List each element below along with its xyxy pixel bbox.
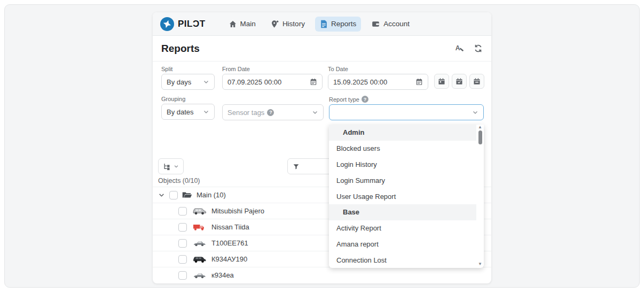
report-type-field: Report type ?	[329, 96, 484, 120]
calendar-minus-button[interactable]	[469, 74, 484, 89]
calendar-minus-icon	[473, 78, 481, 85]
to-date-input[interactable]: 15.09.2025 00:00	[328, 74, 428, 90]
svg-text:A: A	[455, 44, 460, 52]
folder-label: Main (10)	[197, 191, 226, 199]
nav-items: Main History Reports Account	[224, 17, 414, 32]
truck-vehicle-icon	[192, 223, 206, 232]
option-blocked-users[interactable]: Blocked users	[329, 141, 476, 157]
brand-name: PILƆT	[178, 19, 206, 29]
sensor-tags-placeholder: Sensor tags	[227, 109, 264, 117]
brand-logo: PILƆT	[160, 17, 206, 31]
object-checkbox[interactable]	[178, 223, 187, 232]
calendar-check-icon	[455, 78, 463, 85]
split-select[interactable]: By days	[161, 74, 215, 90]
help-icon[interactable]: ?	[267, 109, 274, 116]
tree-icon	[163, 163, 171, 171]
from-date-field: From Date 07.09.2025 00:00	[222, 66, 323, 90]
nav-item-label: Main	[240, 20, 256, 28]
route-marker-icon	[271, 20, 279, 28]
grouping-value: By dates	[167, 108, 194, 116]
object-checkbox[interactable]	[178, 239, 187, 248]
report-type-dropdown: Admin Blocked users Login History Login …	[329, 125, 484, 268]
nav-item-account[interactable]: Account	[366, 17, 414, 32]
grouping-label: Grouping	[161, 96, 215, 102]
split-label: Split	[161, 66, 215, 72]
from-date-input[interactable]: 07.09.2025 00:00	[222, 74, 323, 90]
nav-item-reports[interactable]: Reports	[315, 17, 361, 32]
object-label: к934еа	[211, 271, 234, 279]
refresh-icon[interactable]	[474, 44, 483, 53]
option-login-history[interactable]: Login History	[329, 157, 476, 173]
object-checkbox[interactable]	[178, 271, 187, 280]
to-date-field: To Date 15.09.2025 00:00	[328, 66, 428, 90]
object-label: Mitsubishi Pajero	[211, 207, 264, 215]
to-date-value: 15.09.2025 00:00	[333, 78, 387, 86]
grouping-select[interactable]: By dates	[161, 104, 215, 120]
from-date-label: From Date	[222, 66, 323, 72]
chevron-down-icon	[203, 109, 209, 115]
sensor-tags-field: Sensor tags ?	[222, 104, 324, 120]
object-label: К934АУ190	[211, 255, 247, 263]
to-date-label: To Date	[328, 66, 428, 72]
app-page-background: PILƆT Main History Reports Account	[4, 4, 640, 288]
grouping-field: Grouping By dates	[161, 96, 215, 120]
object-row[interactable]: к934еа	[153, 267, 491, 283]
option-activity-report[interactable]: Activity Report	[329, 220, 476, 236]
option-connection-lost[interactable]: Connection Lost	[329, 252, 476, 268]
top-navigation: PILƆT Main History Reports Account	[153, 12, 491, 36]
calendar-check-button[interactable]	[452, 74, 467, 89]
nav-item-main[interactable]: Main	[224, 17, 261, 32]
report-type-select[interactable]	[329, 104, 484, 120]
object-checkbox[interactable]	[178, 255, 187, 264]
split-field: Split By days	[161, 66, 215, 90]
object-checkbox[interactable]	[178, 207, 187, 216]
nav-item-label: Account	[383, 20, 410, 28]
collapse-chevron-icon[interactable]	[158, 191, 165, 198]
option-amana-report[interactable]: Amana report	[329, 236, 476, 252]
sedan-vehicle-icon	[192, 239, 206, 248]
calendar-icon[interactable]	[310, 78, 317, 86]
chevron-down-icon	[472, 109, 478, 116]
funnel-icon	[293, 163, 300, 170]
split-value: By days	[167, 78, 191, 86]
report-type-label: Report type	[329, 96, 359, 103]
scrollbar-thumb[interactable]	[478, 130, 482, 144]
object-label: T100EE761	[211, 239, 248, 247]
sensor-tags-select[interactable]: Sensor tags ?	[222, 104, 324, 120]
calendar-icon[interactable]	[415, 78, 423, 86]
header-actions: A	[455, 44, 483, 53]
scroll-down-icon[interactable]: ▼	[478, 262, 482, 267]
minivan-vehicle-icon	[192, 255, 206, 264]
option-group-admin[interactable]: Admin	[329, 125, 476, 141]
chevron-down-icon	[312, 109, 318, 116]
chevron-down-icon	[174, 164, 179, 169]
report-file-icon	[320, 20, 328, 28]
page-header: Reports A	[153, 36, 491, 62]
nav-item-history[interactable]: History	[266, 17, 310, 32]
report-template-designer-icon[interactable]: A	[455, 44, 464, 53]
scroll-up-icon[interactable]: ▲	[478, 125, 482, 130]
pilot-logo-icon	[160, 17, 174, 31]
folder-open-icon	[182, 191, 192, 199]
nav-item-label: Reports	[331, 20, 356, 28]
sedan-vehicle-icon	[192, 271, 206, 280]
option-user-usage-report[interactable]: User Usage Report	[329, 188, 476, 204]
dropdown-scrollbar[interactable]: ▲ ▼	[476, 125, 484, 268]
calendar-day-button[interactable]	[434, 74, 449, 89]
page-title: Reports	[161, 43, 200, 55]
home-icon	[229, 20, 237, 28]
report-type-options: Admin Blocked users Login History Login …	[329, 125, 476, 268]
folder-checkbox[interactable]	[169, 191, 178, 199]
option-group-base[interactable]: Base	[329, 204, 476, 220]
nav-item-label: History	[282, 20, 305, 28]
help-icon[interactable]: ?	[362, 96, 368, 103]
chevron-down-icon	[203, 79, 209, 85]
wallet-icon	[371, 20, 380, 28]
object-label: Nissan Tiida	[211, 223, 249, 231]
from-date-value: 07.09.2025 00:00	[227, 78, 281, 86]
tree-view-mode-button[interactable]	[158, 158, 184, 174]
objects-counter: Objects (0/10)	[158, 177, 200, 185]
option-login-summary[interactable]: Login Summary	[329, 172, 476, 188]
calendar-day-icon	[438, 78, 445, 85]
app-card: PILƆT Main History Reports Account	[153, 12, 491, 283]
